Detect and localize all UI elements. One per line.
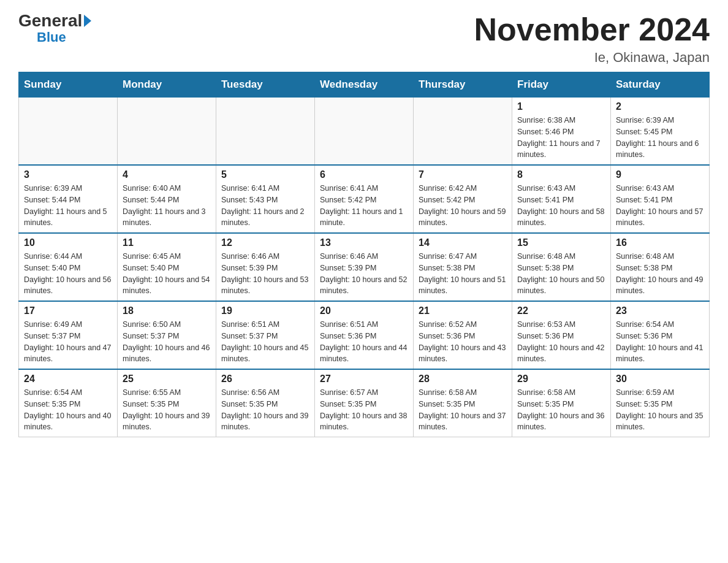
- calendar-cell: 11Sunrise: 6:45 AM Sunset: 5:40 PM Dayli…: [118, 233, 216, 301]
- calendar-cell: 27Sunrise: 6:57 AM Sunset: 5:35 PM Dayli…: [315, 369, 414, 437]
- calendar-cell: 19Sunrise: 6:51 AM Sunset: 5:37 PM Dayli…: [216, 301, 315, 369]
- calendar-cell: 28Sunrise: 6:58 AM Sunset: 5:35 PM Dayli…: [414, 369, 512, 437]
- day-info: Sunrise: 6:51 AM Sunset: 5:37 PM Dayligh…: [221, 319, 309, 365]
- day-number: 19: [221, 305, 309, 316]
- calendar-cell: [315, 98, 414, 166]
- calendar-week-1: 1Sunrise: 6:38 AM Sunset: 5:46 PM Daylig…: [19, 98, 710, 166]
- logo-top-line: General: [18, 12, 91, 29]
- location-text: Ie, Okinawa, Japan: [474, 50, 710, 66]
- day-number: 28: [419, 373, 507, 385]
- day-info: Sunrise: 6:44 AM Sunset: 5:40 PM Dayligh…: [24, 251, 112, 297]
- day-number: 24: [24, 373, 112, 385]
- calendar-cell: 30Sunrise: 6:59 AM Sunset: 5:35 PM Dayli…: [611, 369, 710, 437]
- calendar-cell: 22Sunrise: 6:53 AM Sunset: 5:36 PM Dayli…: [512, 301, 611, 369]
- day-info: Sunrise: 6:48 AM Sunset: 5:38 PM Dayligh…: [616, 251, 704, 297]
- day-info: Sunrise: 6:38 AM Sunset: 5:46 PM Dayligh…: [517, 115, 605, 161]
- calendar-cell: 8Sunrise: 6:43 AM Sunset: 5:41 PM Daylig…: [512, 165, 611, 233]
- calendar-cell: 14Sunrise: 6:47 AM Sunset: 5:38 PM Dayli…: [414, 233, 512, 301]
- weekday-header-wednesday: Wednesday: [315, 72, 414, 98]
- calendar-cell: 2Sunrise: 6:39 AM Sunset: 5:45 PM Daylig…: [611, 98, 710, 166]
- calendar-cell: 26Sunrise: 6:56 AM Sunset: 5:35 PM Dayli…: [216, 369, 315, 437]
- day-number: 18: [123, 305, 211, 316]
- calendar-cell: 23Sunrise: 6:54 AM Sunset: 5:36 PM Dayli…: [611, 301, 710, 369]
- calendar-cell: [19, 98, 118, 166]
- page-header: General Blue November 2024 Ie, Okinawa, …: [18, 12, 710, 66]
- day-info: Sunrise: 6:57 AM Sunset: 5:35 PM Dayligh…: [320, 387, 408, 433]
- day-info: Sunrise: 6:53 AM Sunset: 5:36 PM Dayligh…: [517, 319, 605, 365]
- weekday-header-thursday: Thursday: [414, 72, 512, 98]
- calendar-cell: 13Sunrise: 6:46 AM Sunset: 5:39 PM Dayli…: [315, 233, 414, 301]
- day-number: 26: [221, 373, 309, 385]
- day-info: Sunrise: 6:46 AM Sunset: 5:39 PM Dayligh…: [320, 251, 408, 297]
- day-info: Sunrise: 6:48 AM Sunset: 5:38 PM Dayligh…: [517, 251, 605, 297]
- weekday-header-sunday: Sunday: [19, 72, 118, 98]
- calendar-cell: 18Sunrise: 6:50 AM Sunset: 5:37 PM Dayli…: [118, 301, 216, 369]
- calendar-week-3: 10Sunrise: 6:44 AM Sunset: 5:40 PM Dayli…: [19, 233, 710, 301]
- day-info: Sunrise: 6:54 AM Sunset: 5:35 PM Dayligh…: [24, 387, 112, 433]
- day-info: Sunrise: 6:55 AM Sunset: 5:35 PM Dayligh…: [123, 387, 211, 433]
- day-number: 16: [616, 237, 704, 248]
- day-info: Sunrise: 6:47 AM Sunset: 5:38 PM Dayligh…: [419, 251, 507, 297]
- day-number: 23: [616, 305, 704, 316]
- calendar-cell: 10Sunrise: 6:44 AM Sunset: 5:40 PM Dayli…: [19, 233, 118, 301]
- day-info: Sunrise: 6:51 AM Sunset: 5:36 PM Dayligh…: [320, 319, 408, 365]
- day-number: 21: [419, 305, 507, 316]
- day-number: 8: [517, 169, 605, 180]
- title-block: November 2024 Ie, Okinawa, Japan: [474, 12, 710, 66]
- weekday-header-tuesday: Tuesday: [216, 72, 315, 98]
- calendar-cell: 21Sunrise: 6:52 AM Sunset: 5:36 PM Dayli…: [414, 301, 512, 369]
- logo: General Blue: [18, 12, 91, 45]
- day-number: 30: [616, 373, 704, 385]
- day-number: 11: [123, 237, 211, 248]
- day-number: 27: [320, 373, 408, 385]
- day-info: Sunrise: 6:39 AM Sunset: 5:44 PM Dayligh…: [24, 183, 112, 229]
- day-info: Sunrise: 6:56 AM Sunset: 5:35 PM Dayligh…: [221, 387, 309, 433]
- day-number: 17: [24, 305, 112, 316]
- logo-bottom-line: Blue: [18, 29, 66, 45]
- day-info: Sunrise: 6:54 AM Sunset: 5:36 PM Dayligh…: [616, 319, 704, 365]
- day-info: Sunrise: 6:39 AM Sunset: 5:45 PM Dayligh…: [616, 115, 704, 161]
- day-number: 20: [320, 305, 408, 316]
- calendar-cell: 15Sunrise: 6:48 AM Sunset: 5:38 PM Dayli…: [512, 233, 611, 301]
- calendar-cell: 3Sunrise: 6:39 AM Sunset: 5:44 PM Daylig…: [19, 165, 118, 233]
- logo-arrow-icon: [84, 15, 91, 27]
- day-number: 6: [320, 169, 408, 180]
- day-number: 3: [24, 169, 112, 180]
- day-info: Sunrise: 6:58 AM Sunset: 5:35 PM Dayligh…: [419, 387, 507, 433]
- day-number: 1: [517, 101, 605, 112]
- calendar-cell: 6Sunrise: 6:41 AM Sunset: 5:42 PM Daylig…: [315, 165, 414, 233]
- day-number: 10: [24, 237, 112, 248]
- day-number: 4: [123, 169, 211, 180]
- day-info: Sunrise: 6:41 AM Sunset: 5:43 PM Dayligh…: [221, 183, 309, 229]
- calendar-cell: 5Sunrise: 6:41 AM Sunset: 5:43 PM Daylig…: [216, 165, 315, 233]
- calendar-cell: [216, 98, 315, 166]
- day-info: Sunrise: 6:45 AM Sunset: 5:40 PM Dayligh…: [123, 251, 211, 297]
- logo-blue-text: Blue: [37, 29, 66, 45]
- day-info: Sunrise: 6:42 AM Sunset: 5:42 PM Dayligh…: [419, 183, 507, 229]
- day-number: 14: [419, 237, 507, 248]
- calendar-cell: 7Sunrise: 6:42 AM Sunset: 5:42 PM Daylig…: [414, 165, 512, 233]
- day-number: 29: [517, 373, 605, 385]
- calendar-week-5: 24Sunrise: 6:54 AM Sunset: 5:35 PM Dayli…: [19, 369, 710, 437]
- day-info: Sunrise: 6:50 AM Sunset: 5:37 PM Dayligh…: [123, 319, 211, 365]
- day-info: Sunrise: 6:59 AM Sunset: 5:35 PM Dayligh…: [616, 387, 704, 433]
- calendar-cell: 25Sunrise: 6:55 AM Sunset: 5:35 PM Dayli…: [118, 369, 216, 437]
- calendar-cell: [414, 98, 512, 166]
- day-number: 9: [616, 169, 704, 180]
- weekday-header-monday: Monday: [118, 72, 216, 98]
- calendar-cell: 1Sunrise: 6:38 AM Sunset: 5:46 PM Daylig…: [512, 98, 611, 166]
- calendar-cell: 20Sunrise: 6:51 AM Sunset: 5:36 PM Dayli…: [315, 301, 414, 369]
- weekday-header-friday: Friday: [512, 72, 611, 98]
- day-number: 15: [517, 237, 605, 248]
- day-info: Sunrise: 6:52 AM Sunset: 5:36 PM Dayligh…: [419, 319, 507, 365]
- day-info: Sunrise: 6:46 AM Sunset: 5:39 PM Dayligh…: [221, 251, 309, 297]
- day-info: Sunrise: 6:40 AM Sunset: 5:44 PM Dayligh…: [123, 183, 211, 229]
- month-title: November 2024: [474, 12, 710, 47]
- weekday-header-saturday: Saturday: [611, 72, 710, 98]
- day-info: Sunrise: 6:49 AM Sunset: 5:37 PM Dayligh…: [24, 319, 112, 365]
- calendar-cell: 29Sunrise: 6:58 AM Sunset: 5:35 PM Dayli…: [512, 369, 611, 437]
- day-number: 12: [221, 237, 309, 248]
- calendar-table: SundayMondayTuesdayWednesdayThursdayFrid…: [18, 72, 710, 437]
- calendar-cell: 24Sunrise: 6:54 AM Sunset: 5:35 PM Dayli…: [19, 369, 118, 437]
- day-info: Sunrise: 6:43 AM Sunset: 5:41 PM Dayligh…: [616, 183, 704, 229]
